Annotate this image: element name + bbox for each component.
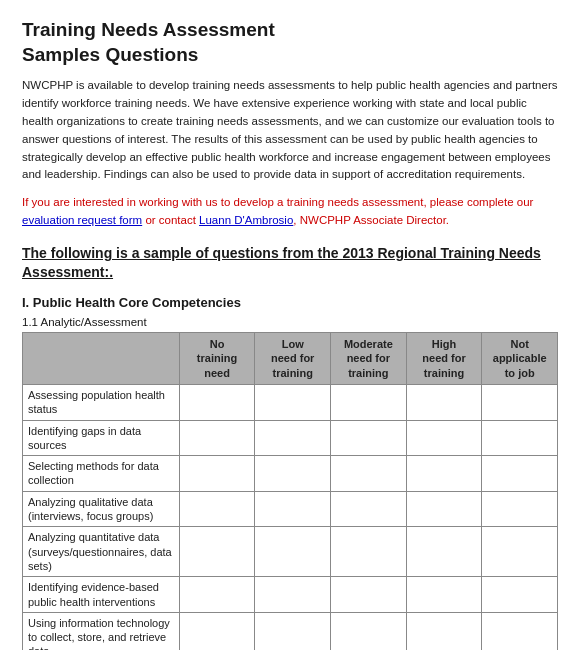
assessment-table: Notrainingneed Lowneed fortraining Moder…: [22, 332, 558, 650]
table-cell[interactable]: [331, 577, 407, 613]
table-cell[interactable]: [179, 491, 255, 527]
table-cell[interactable]: [179, 527, 255, 577]
contact-paragraph: If you are interested in working with us…: [22, 194, 558, 230]
table-cell[interactable]: [331, 612, 407, 650]
table-row-label: Analyzing quantitative data (surveys/que…: [23, 527, 180, 577]
table-row-label: Analyzing qualitative data (interviews, …: [23, 491, 180, 527]
table-row-label: Selecting methods for data collection: [23, 456, 180, 492]
col-header-moderate: Moderateneed fortraining: [331, 333, 407, 385]
col-header-low: Lowneed fortraining: [255, 333, 331, 385]
table-cell[interactable]: [179, 612, 255, 650]
table-cell[interactable]: [255, 527, 331, 577]
table-cell[interactable]: [179, 577, 255, 613]
table-cell[interactable]: [482, 527, 558, 577]
table-cell[interactable]: [255, 456, 331, 492]
table-cell[interactable]: [406, 577, 482, 613]
table-cell[interactable]: [331, 491, 407, 527]
table-cell[interactable]: [331, 456, 407, 492]
table-cell[interactable]: [406, 527, 482, 577]
table-cell[interactable]: [482, 491, 558, 527]
subsection-label: 1.1 Analytic/Assessment: [22, 316, 558, 328]
table-cell[interactable]: [406, 491, 482, 527]
table-cell[interactable]: [179, 456, 255, 492]
table-cell[interactable]: [406, 612, 482, 650]
table-cell[interactable]: [331, 527, 407, 577]
page-title: Training Needs Assessment Samples Questi…: [22, 18, 558, 67]
table-row-label: Assessing population health status: [23, 384, 180, 420]
table-cell[interactable]: [482, 420, 558, 456]
table-cell[interactable]: [482, 384, 558, 420]
col-header-row-label: [23, 333, 180, 385]
table-cell[interactable]: [482, 456, 558, 492]
table-cell[interactable]: [255, 491, 331, 527]
intro-paragraph: NWCPHP is available to develop training …: [22, 77, 558, 184]
table-cell[interactable]: [255, 577, 331, 613]
table-cell[interactable]: [255, 420, 331, 456]
table-cell[interactable]: [179, 420, 255, 456]
table-cell[interactable]: [331, 420, 407, 456]
sample-heading: The following is a sample of questions f…: [22, 244, 558, 283]
table-cell[interactable]: [179, 384, 255, 420]
table-row-label: Identifying gaps in data sources: [23, 420, 180, 456]
table-cell[interactable]: [482, 577, 558, 613]
table-cell[interactable]: [331, 384, 407, 420]
col-header-not-applicable: Notapplicableto job: [482, 333, 558, 385]
evaluation-link[interactable]: evaluation request form: [22, 214, 142, 226]
table-row-label: Identifying evidence-based public health…: [23, 577, 180, 613]
col-header-high: Highneed fortraining: [406, 333, 482, 385]
table-cell[interactable]: [406, 420, 482, 456]
table-cell[interactable]: [406, 456, 482, 492]
table-row-label: Using information technology to collect,…: [23, 612, 180, 650]
table-cell[interactable]: [255, 384, 331, 420]
table-cell[interactable]: [406, 384, 482, 420]
table-cell[interactable]: [482, 612, 558, 650]
section-title: I. Public Health Core Competencies: [22, 295, 558, 310]
contact-name-link[interactable]: Luann D'Ambrosio: [199, 214, 293, 226]
col-header-no-training: Notrainingneed: [179, 333, 255, 385]
table-cell[interactable]: [255, 612, 331, 650]
